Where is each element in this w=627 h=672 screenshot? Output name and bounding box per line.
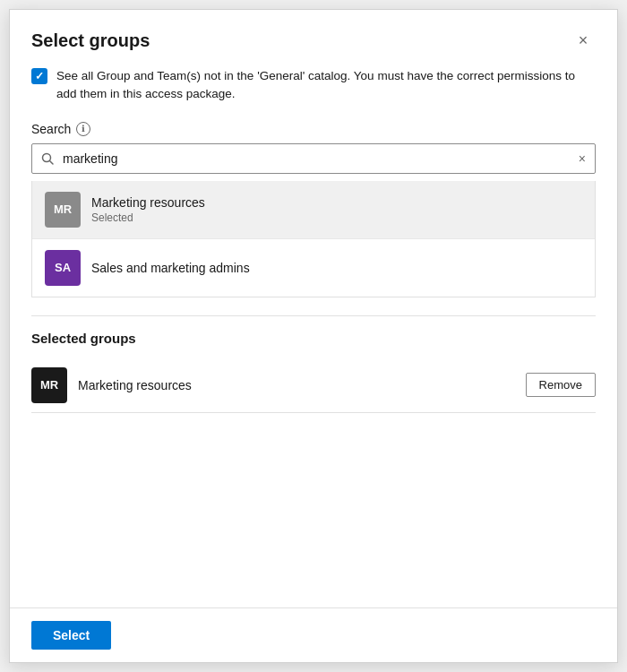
search-input[interactable] [63, 144, 570, 173]
see-all-checkbox-row: ✓ See all Group and Team(s) not in the '… [31, 67, 596, 104]
info-icon[interactable]: ℹ [76, 122, 90, 136]
selected-groups-title: Selected groups [31, 331, 596, 346]
search-results-list: MR Marketing resources Selected SA Sales… [31, 181, 596, 297]
search-icon [32, 145, 63, 172]
dialog-title: Select groups [31, 30, 150, 51]
dialog-body: ✓ See all Group and Team(s) not in the '… [10, 67, 617, 607]
result-name-marketing: Marketing resources [91, 195, 205, 210]
selected-group-row-marketing: MR Marketing resources Remove [31, 358, 596, 413]
see-all-label: See all Group and Team(s) not in the 'Ge… [56, 67, 596, 104]
result-item-marketing-resources[interactable]: MR Marketing resources Selected [32, 181, 595, 239]
search-label: Search [31, 122, 71, 136]
select-groups-dialog: Select groups × ✓ See all Group and Team… [9, 9, 618, 663]
close-button[interactable]: × [571, 28, 596, 53]
avatar-mr-black: MR [31, 367, 67, 403]
search-input-wrapper: × [31, 143, 596, 174]
result-info-sales: Sales and marketing admins [91, 261, 250, 275]
selected-group-name-marketing: Marketing resources [78, 378, 515, 392]
remove-button-marketing[interactable]: Remove [526, 373, 596, 397]
result-name-sales: Sales and marketing admins [91, 261, 250, 275]
dialog-footer: Select [10, 607, 617, 662]
select-button[interactable]: Select [31, 621, 111, 650]
search-clear-icon[interactable]: × [570, 144, 595, 173]
search-section: Search ℹ × [31, 122, 596, 174]
see-all-checkbox[interactable]: ✓ [31, 68, 47, 84]
svg-line-1 [50, 160, 54, 164]
checkmark-icon: ✓ [35, 70, 44, 82]
dialog-header: Select groups × [10, 10, 617, 67]
avatar-mr-gray: MR [45, 192, 81, 228]
section-divider [31, 315, 596, 316]
result-info-marketing: Marketing resources Selected [91, 195, 205, 224]
search-label-row: Search ℹ [31, 122, 596, 136]
result-item-sales-marketing[interactable]: SA Sales and marketing admins [32, 239, 595, 297]
selected-groups-section: Selected groups MR Marketing resources R… [31, 315, 596, 413]
result-status-marketing: Selected [91, 211, 205, 224]
avatar-sa-purple: SA [45, 250, 81, 286]
